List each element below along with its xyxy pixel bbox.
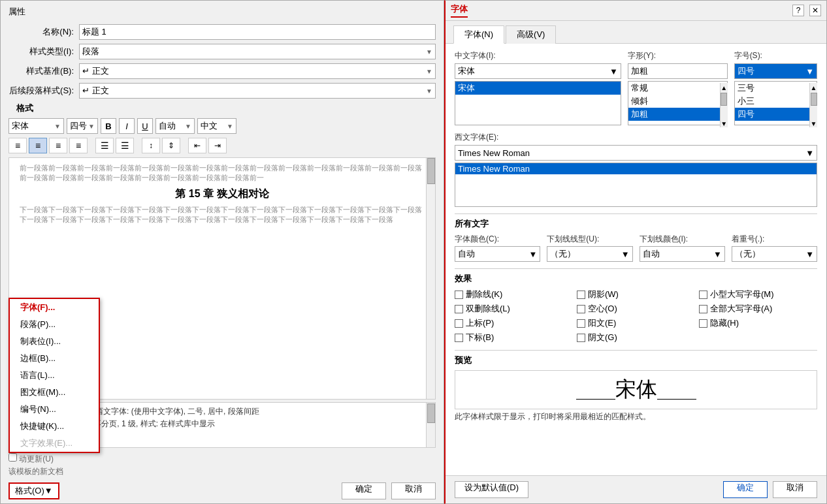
help-button[interactable]: ?	[792, 5, 804, 16]
superscript-label: 上标(P)	[466, 317, 494, 329]
preview-heading: 第 15 章 狭义相对论	[20, 187, 425, 201]
font-style-input[interactable]: 加粗	[628, 63, 728, 79]
size-select[interactable]: 四号 ▼	[67, 118, 98, 134]
lang-arrow-icon: ▼	[227, 123, 233, 130]
underline-type-field: 下划线线型(U): （无） ▼	[547, 234, 632, 262]
align-left-button[interactable]: ≡	[8, 138, 27, 153]
context-menu-numbering[interactable]: 编号(N)...	[10, 401, 99, 418]
color-select[interactable]: 自动 ▼	[155, 118, 195, 134]
next-style-row: 后续段落样式(S): ↵ 正文 ▼	[8, 83, 436, 99]
emphasis-label: 着重号(.):	[732, 234, 817, 245]
para-spacing-button[interactable]: ⇕	[162, 138, 180, 153]
style-type-row: 样式类型(I): 段落 ▼	[8, 44, 436, 59]
superscript-checkbox[interactable]	[455, 319, 463, 328]
outline-checkbox[interactable]	[577, 305, 585, 313]
font-dialog: 字体 ? ✕ 字体(N) 高级(V) 中文字体(I): 宋体 ▼ 宋体	[444, 0, 827, 504]
desc-scrollbar[interactable]	[426, 403, 435, 447]
style-italic[interactable]: 倾斜	[628, 95, 727, 108]
left-cancel-button[interactable]: 取消	[391, 482, 436, 499]
western-font-input[interactable]: Times New Roman ▼	[455, 145, 817, 161]
style-bold[interactable]: 加粗	[628, 108, 727, 121]
font-style-list[interactable]: 常规 倾斜 加粗	[628, 81, 728, 125]
close-button[interactable]: ✕	[809, 5, 821, 16]
align-center-button[interactable]: ≡	[29, 138, 47, 153]
western-font-list-item[interactable]: Times New Roman	[455, 163, 817, 174]
right-cancel-button[interactable]: 取消	[773, 481, 817, 498]
name-input[interactable]: 标题 1	[79, 24, 436, 40]
shadow-checkbox[interactable]	[577, 291, 585, 299]
size-xiaosan[interactable]: 小三	[735, 95, 817, 108]
font-size-input[interactable]: 四号 ▼	[734, 63, 817, 79]
desc-scrollbar-thumb[interactable]	[427, 403, 435, 423]
style-base-select[interactable]: ↵ 正文 ▼	[79, 63, 436, 79]
context-menu-frame[interactable]: 图文框(M)...	[10, 384, 99, 401]
set-default-button[interactable]: 设为默认值(D)	[455, 481, 528, 498]
context-menu-border[interactable]: 边框(B)...	[10, 350, 99, 367]
right-ok-button[interactable]: 确定	[723, 481, 768, 498]
all-text-row: 字体颜色(C): 自动 ▼ 下划线线型(U): （无） ▼ 下划线颜色(I):	[455, 234, 817, 262]
size-sihao[interactable]: 四号	[735, 108, 817, 121]
all-caps-checkbox[interactable]	[699, 305, 707, 313]
format-menu-button[interactable]: 格式(O)▼	[8, 482, 59, 499]
underline-color-select[interactable]: 自动 ▼	[640, 246, 725, 262]
underline-color-field: 下划线颜色(I): 自动 ▼	[640, 234, 725, 262]
align-justify-button[interactable]: ≡	[69, 138, 88, 153]
preview-scrollbar[interactable]	[426, 158, 435, 399]
style-regular[interactable]: 常规	[628, 82, 727, 95]
line-spacing-button[interactable]: ↕	[142, 138, 160, 153]
next-style-select[interactable]: ↵ 正文 ▼	[79, 83, 436, 99]
increase-indent-button[interactable]: ⇥	[208, 138, 227, 153]
font-color-label: 字体颜色(C):	[455, 234, 540, 245]
name-label: 名称(N):	[8, 26, 74, 38]
font-size-list[interactable]: 三号 小三 四号	[734, 81, 817, 125]
lang-select[interactable]: 中文 ▼	[197, 118, 236, 134]
font-style-field: 字形(Y): 加粗 常规 倾斜 加粗 ▲ ▼	[628, 50, 728, 83]
tab-advanced[interactable]: 高级(V)	[506, 25, 556, 44]
cn-font-list-item-songti[interactable]: 宋体	[455, 82, 621, 95]
preview-underline-right	[657, 380, 696, 400]
font-dialog-title-bar: 字体 ? ✕	[446, 1, 826, 21]
small-caps-checkbox[interactable]	[699, 291, 707, 299]
style-type-label: 样式类型(I):	[8, 46, 74, 57]
underline-type-label: 下划线线型(U):	[547, 234, 632, 245]
emphasis-select[interactable]: （无） ▼	[732, 246, 817, 262]
font-size-arrow-icon: ▼	[805, 67, 814, 76]
western-font-label: 西文字体(E):	[455, 132, 817, 143]
font-color-select[interactable]: 自动 ▼	[455, 246, 540, 262]
decrease-indent-button[interactable]: ⇤	[188, 138, 206, 153]
cn-font-input[interactable]: 宋体 ▼	[455, 63, 621, 79]
indent-list-button[interactable]: ☰	[95, 138, 114, 153]
emboss-checkbox[interactable]	[577, 319, 585, 328]
underline-button[interactable]: U	[137, 118, 153, 134]
auto-update-checkbox[interactable]	[8, 453, 17, 462]
hidden-checkbox[interactable]	[699, 319, 707, 328]
size-sanhao[interactable]: 三号	[735, 82, 817, 95]
context-menu-font[interactable]: 字体(F)...	[10, 299, 99, 316]
underline-type-select[interactable]: （无） ▼	[547, 246, 632, 262]
engrave-checkbox[interactable]	[577, 334, 585, 342]
preview-scrollbar-thumb[interactable]	[427, 158, 435, 184]
italic-button[interactable]: I	[119, 118, 135, 134]
indent-outline-button[interactable]: ☰	[116, 138, 134, 153]
context-menu-tab[interactable]: 制表位(I)...	[10, 333, 99, 350]
underline-color-label: 下划线颜色(I):	[640, 234, 725, 245]
western-font-list[interactable]: Times New Roman	[455, 163, 817, 207]
format-section-header: 格式	[8, 101, 41, 114]
style-type-select[interactable]: 段落 ▼	[79, 44, 436, 59]
context-menu-shortcut[interactable]: 快捷键(K)...	[10, 418, 99, 435]
context-menu: 字体(F)... 段落(P)... 制表位(I)... 边框(B)... 语言(…	[8, 298, 100, 453]
tab-font[interactable]: 字体(N)	[453, 25, 504, 44]
font-color-arrow-icon: ▼	[528, 249, 537, 259]
context-menu-language[interactable]: 语言(L)...	[10, 367, 99, 384]
double-strike-checkbox[interactable]	[455, 305, 463, 313]
strikethrough-checkbox[interactable]	[455, 291, 463, 299]
left-ok-button[interactable]: 确定	[342, 482, 386, 499]
western-font-arrow-icon: ▼	[805, 148, 814, 158]
preview-prev-text: 前一段落前一段落前一段落前一段落前一段落前一段落前一段落前一段落前一段落前一段落…	[20, 163, 425, 183]
font-select[interactable]: 宋体 ▼	[8, 118, 64, 134]
bold-button[interactable]: B	[101, 118, 116, 134]
subscript-checkbox[interactable]	[455, 334, 463, 342]
context-menu-paragraph[interactable]: 段落(P)...	[10, 316, 99, 333]
align-right-button[interactable]: ≡	[49, 138, 67, 153]
cn-font-list[interactable]: 宋体	[455, 81, 621, 125]
